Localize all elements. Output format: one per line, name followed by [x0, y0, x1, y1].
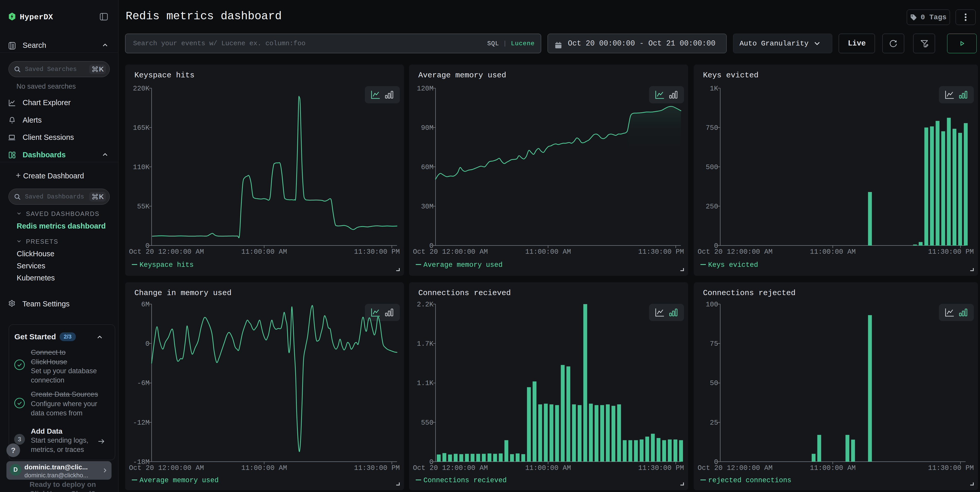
svg-text:11:00:00 AM: 11:00:00 AM [241, 248, 287, 256]
svg-text:120M: 120M [417, 85, 433, 92]
svg-text:11:00:00 AM: 11:00:00 AM [241, 464, 287, 472]
svg-text:Connections rejected: Connections rejected [703, 289, 795, 298]
svg-text:11:30:00 PM: 11:30:00 PM [928, 464, 974, 472]
svg-text:220K: 220K [133, 85, 150, 92]
svg-text:Oct 20 12:00:00 AM: Oct 20 12:00:00 AM [129, 464, 204, 472]
svg-text:Connections recieved: Connections recieved [418, 289, 511, 298]
svg-text:11:00:00 AM: 11:00:00 AM [810, 464, 856, 472]
svg-text:Oct 20 12:00:00 AM: Oct 20 12:00:00 AM [413, 464, 488, 472]
svg-text:55K: 55K [137, 203, 150, 210]
svg-text:6M: 6M [141, 301, 150, 309]
svg-text:11:00:00 AM: 11:00:00 AM [525, 248, 571, 256]
svg-text:Oct 20 12:00:00 AM: Oct 20 12:00:00 AM [698, 464, 773, 472]
svg-text:Average memory used: Average memory used [140, 476, 219, 484]
svg-text:100: 100 [706, 301, 718, 309]
svg-text:Connections recieved: Connections recieved [423, 476, 507, 484]
svg-text:1.1K: 1.1K [417, 379, 434, 387]
svg-text:30M: 30M [421, 203, 433, 210]
svg-text:11:30:00 PM: 11:30:00 PM [638, 464, 684, 472]
svg-text:0: 0 [145, 340, 150, 348]
svg-text:11:00:00 AM: 11:00:00 AM [810, 248, 856, 256]
svg-text:60M: 60M [421, 164, 433, 171]
svg-text:250: 250 [706, 203, 718, 210]
svg-text:Average memory used: Average memory used [418, 71, 506, 80]
svg-text:110K: 110K [133, 164, 150, 171]
svg-text:25: 25 [710, 419, 718, 427]
svg-text:500: 500 [706, 164, 718, 171]
svg-text:Change in memory used: Change in memory used [134, 289, 232, 298]
svg-text:rejected connections: rejected connections [708, 476, 791, 484]
svg-text:11:30:00 PM: 11:30:00 PM [354, 464, 400, 472]
svg-text:550: 550 [421, 419, 433, 427]
svg-text:Average memory used: Average memory used [423, 261, 503, 269]
svg-text:Keys evicted: Keys evicted [703, 71, 759, 80]
svg-text:11:30:00 PM: 11:30:00 PM [354, 248, 400, 256]
svg-text:Oct 20 12:00:00 AM: Oct 20 12:00:00 AM [698, 248, 773, 256]
svg-text:Oct 20 12:00:00 AM: Oct 20 12:00:00 AM [413, 248, 488, 256]
svg-text:90M: 90M [421, 124, 433, 132]
svg-text:Keyspace hits: Keyspace hits [134, 71, 194, 80]
svg-text:2.2K: 2.2K [417, 301, 434, 309]
svg-text:-6M: -6M [137, 379, 150, 387]
svg-text:11:00:00 AM: 11:00:00 AM [525, 464, 571, 472]
svg-text:11:30:00 PM: 11:30:00 PM [638, 248, 684, 256]
svg-text:-12M: -12M [133, 419, 150, 427]
svg-text:Keyspace hits: Keyspace hits [140, 261, 194, 269]
svg-text:1.7K: 1.7K [417, 340, 434, 348]
svg-text:75: 75 [710, 340, 718, 348]
svg-text:Keys evicted: Keys evicted [708, 261, 758, 269]
svg-text:11:30:00 PM: 11:30:00 PM [928, 248, 974, 256]
svg-text:750: 750 [706, 124, 718, 132]
svg-text:50: 50 [710, 379, 718, 387]
svg-text:1K: 1K [710, 85, 718, 92]
svg-text:165K: 165K [133, 124, 150, 132]
svg-text:Oct 20 12:00:00 AM: Oct 20 12:00:00 AM [129, 248, 204, 256]
